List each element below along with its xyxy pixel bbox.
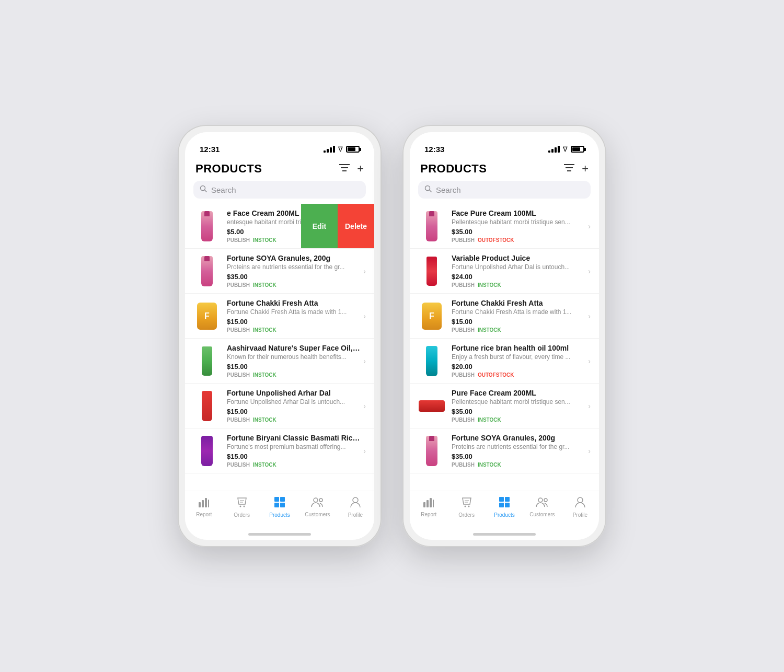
list-item[interactable]: Fortune Chakki Fresh Atta Fortune Chakki…: [185, 294, 374, 339]
header-actions-2: +: [564, 162, 589, 176]
svg-point-35: [578, 497, 583, 503]
status-time-2: 12:33: [424, 145, 444, 154]
svg-rect-5: [199, 502, 201, 507]
wifi-icon-2: ∇: [563, 145, 568, 153]
nav-customers-1[interactable]: Customers: [298, 497, 336, 517]
list-item[interactable]: Face Pure Cream 100ML Pellentesque habit…: [410, 204, 599, 249]
svg-rect-25: [430, 498, 432, 507]
product-price-0-1: $35.00: [227, 273, 360, 281]
product-tags-2-2: PUBLISH INSTOCK: [452, 327, 585, 333]
report-icon-2: [423, 497, 434, 510]
nav-products-1[interactable]: Products: [261, 496, 298, 518]
nav-orders-2[interactable]: Orders: [447, 496, 485, 518]
nav-label-orders-2: Orders: [458, 512, 475, 518]
nav-label-products-1: Products: [269, 512, 290, 518]
product-info-3-2: Fortune rice bran health oil 100ml Enjoy…: [452, 344, 585, 378]
tag-publish-0-2: PUBLISH: [452, 237, 475, 243]
chevron-1-2: ›: [588, 267, 591, 275]
tag-stock-3-1: INSTOCK: [253, 417, 276, 423]
list-item[interactable]: Pure Face Cream 200ML Pellentesque habit…: [410, 384, 599, 428]
product-price-3-1: $15.00: [227, 408, 360, 415]
swipe-edit-button[interactable]: Edit: [301, 204, 338, 248]
product-tags-4-1: PUBLISH INSTOCK: [227, 462, 360, 468]
list-item[interactable]: Aashirvaad Nature's Super Face Oil, 5C K…: [185, 339, 374, 384]
orders-icon-2: [461, 496, 472, 511]
product-desc-1-2: Fortune Unpolished Arhar Dal is untouch.…: [452, 263, 585, 271]
product-image-0-1: [193, 254, 221, 288]
tag-publish-3-2: PUBLISH: [452, 372, 475, 378]
home-indicator-1: [185, 528, 374, 540]
product-tags-5-2: PUBLISH INSTOCK: [452, 462, 585, 468]
list-item[interactable]: Fortune SOYA Granules, 200g Proteins are…: [410, 428, 599, 473]
nav-report-1[interactable]: Report: [185, 497, 223, 517]
svg-line-22: [430, 190, 432, 192]
search-icon-2: [424, 185, 432, 194]
nav-orders-1[interactable]: Orders: [223, 496, 260, 518]
tag-stock-swiped: INSTOCK: [253, 237, 276, 243]
list-item[interactable]: Fortune Chakki Fresh Atta Fortune Chakki…: [410, 294, 599, 339]
nav-report-2[interactable]: Report: [410, 497, 447, 517]
swipe-delete-button[interactable]: Delete: [338, 204, 374, 248]
products-icon-1: [274, 496, 285, 511]
tag-stock-5-2: INSTOCK: [478, 462, 501, 468]
battery-icon-1: [346, 146, 360, 153]
tag-publish-3-1: PUBLISH: [227, 417, 250, 423]
product-info-0-2: Face Pure Cream 100ML Pellentesque habit…: [452, 209, 585, 243]
svg-rect-24: [426, 500, 429, 507]
product-price-5-2: $35.00: [452, 453, 585, 460]
nav-profile-1[interactable]: Profile: [337, 496, 374, 518]
status-time-1: 12:31: [200, 145, 220, 154]
list-item[interactable]: Fortune Biryani Classic Basmati Rice, 5 …: [185, 428, 374, 473]
list-item[interactable]: Fortune SOYA Granules, 200g Proteins are…: [185, 249, 374, 294]
filter-icon-1[interactable]: [339, 164, 350, 175]
app-header-1: PRODUCTS +: [185, 158, 374, 181]
svg-rect-23: [423, 502, 425, 507]
product-name-2-2: Fortune Chakki Fresh Atta: [452, 299, 585, 307]
filter-icon-2[interactable]: [564, 164, 574, 175]
swiped-product-item[interactable]: e Face Cream 200ML entesque habitant mor…: [185, 204, 374, 249]
nav-label-report-1: Report: [196, 512, 212, 517]
search-bar-2[interactable]: Search: [418, 181, 591, 199]
product-image-4-2: [418, 389, 445, 423]
profile-icon-2: [575, 496, 585, 511]
bottom-nav-1: Report Orders: [185, 491, 374, 528]
battery-icon-2: [571, 146, 584, 153]
svg-point-17: [353, 497, 358, 503]
product-image-3-2: [418, 344, 445, 378]
product-info-0-1: Fortune SOYA Granules, 200g Proteins are…: [227, 254, 360, 288]
search-icon-1: [200, 185, 207, 194]
status-icons-1: ∇: [324, 145, 360, 153]
phone-2-screen: 12:33 ∇ PRODUCTS: [410, 132, 599, 540]
products-icon-2: [499, 496, 510, 511]
svg-point-16: [319, 499, 322, 502]
list-item[interactable]: Fortune rice bran health oil 100ml Enjoy…: [410, 339, 599, 384]
svg-point-9: [239, 506, 241, 507]
nav-label-customers-2: Customers: [529, 512, 555, 517]
tag-publish-2-2: PUBLISH: [452, 327, 475, 333]
add-icon-2[interactable]: +: [582, 162, 589, 176]
tag-publish-4-2: PUBLISH: [452, 417, 475, 423]
list-item[interactable]: Variable Product Juice Fortune Unpolishe…: [410, 249, 599, 294]
nav-label-report-2: Report: [421, 512, 436, 517]
product-desc-5-2: Proteins are nutrients essential for the…: [452, 443, 585, 450]
add-icon-1[interactable]: +: [357, 162, 364, 176]
phone-1: 12:31 ∇ PRODUCTS: [178, 125, 382, 547]
nav-profile-2[interactable]: Profile: [561, 496, 599, 518]
product-info-5-2: Fortune SOYA Granules, 200g Proteins are…: [452, 434, 585, 468]
product-image-swiped: [193, 210, 221, 243]
svg-rect-26: [433, 500, 434, 507]
tag-stock-0-2: OUTOFSTOCK: [478, 237, 514, 243]
list-item[interactable]: Fortune Unpolished Arhar Dal Fortune Unp…: [185, 384, 374, 428]
tag-stock-1-2: INSTOCK: [478, 282, 501, 288]
product-name-0-2: Face Pure Cream 100ML: [452, 209, 585, 217]
chevron-0-1: ›: [363, 267, 366, 275]
search-bar-1[interactable]: Search: [193, 181, 366, 199]
product-price-3-2: $20.00: [452, 363, 585, 370]
status-icons-2: ∇: [548, 145, 584, 153]
tag-stock-4-2: INSTOCK: [478, 417, 501, 423]
nav-customers-2[interactable]: Customers: [523, 497, 561, 517]
product-image-2-2: [418, 299, 445, 333]
product-name-1-1: Fortune Chakki Fresh Atta: [227, 299, 360, 307]
nav-products-2[interactable]: Products: [486, 496, 523, 518]
svg-point-27: [464, 506, 466, 507]
